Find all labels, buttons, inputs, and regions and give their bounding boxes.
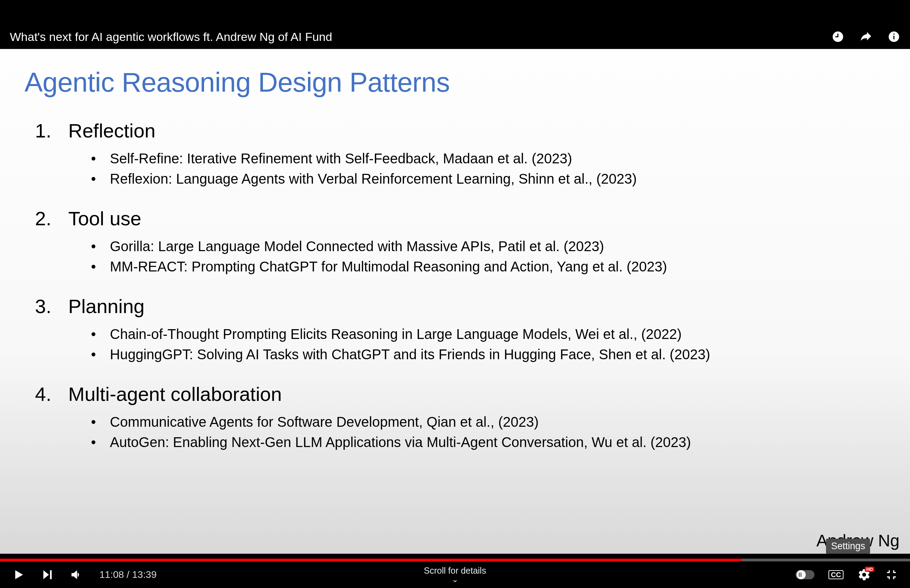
pattern-item: PlanningChain-of-Thought Prompting Elici… xyxy=(35,295,886,365)
paper-list: Communicative Agents for Software Develo… xyxy=(35,412,886,452)
title-action-icons xyxy=(832,31,900,43)
autoplay-toggle[interactable] xyxy=(795,570,814,579)
chevron-down-icon: ⌄ xyxy=(424,575,486,584)
video-frame-slide: Agentic Reasoning Design Patterns Reflec… xyxy=(0,49,910,554)
next-icon[interactable] xyxy=(40,568,54,582)
settings-button[interactable]: HD xyxy=(858,568,871,582)
player-controls: 11:08 / 13:39 Scroll for details ⌄ CC HD xyxy=(0,561,910,588)
paper-item: Self-Refine: Iterative Refinement with S… xyxy=(91,148,886,169)
pattern-list: ReflectionSelf-Refine: Iterative Refinem… xyxy=(24,119,886,452)
paper-item: Chain-of-Thought Prompting Elicits Reaso… xyxy=(91,324,886,344)
paper-item: HuggingGPT: Solving AI Tasks with ChatGP… xyxy=(91,344,886,365)
pattern-heading: Multi-agent collaboration xyxy=(35,383,886,405)
paper-list: Gorilla: Large Language Model Connected … xyxy=(35,236,886,277)
paper-item: AutoGen: Enabling Next-Gen LLM Applicati… xyxy=(91,432,886,452)
pattern-heading: Reflection xyxy=(35,119,886,142)
pattern-item: Multi-agent collaborationCommunicative A… xyxy=(35,383,886,452)
slide-title: Agentic Reasoning Design Patterns xyxy=(24,66,886,98)
settings-tooltip: Settings xyxy=(826,539,870,554)
controls-left: 11:08 / 13:39 xyxy=(12,568,157,582)
paper-item: Communicative Agents for Software Develo… xyxy=(91,412,886,432)
video-title-bar: What's next for AI agentic workflows ft.… xyxy=(0,24,910,49)
paper-item: Reflexion: Language Agents with Verbal R… xyxy=(91,169,886,189)
volume-icon[interactable] xyxy=(69,568,83,582)
pattern-item: ReflectionSelf-Refine: Iterative Refinem… xyxy=(35,119,886,189)
info-icon[interactable] xyxy=(887,31,900,43)
svg-rect-1 xyxy=(894,36,895,40)
video-player: What's next for AI agentic workflows ft.… xyxy=(0,0,910,588)
seek-bar-played xyxy=(0,559,742,561)
pattern-heading: Tool use xyxy=(35,207,886,230)
svg-rect-2 xyxy=(894,34,895,35)
paper-item: MM-REACT: Prompting ChatGPT for Multimod… xyxy=(91,257,886,277)
pattern-item: Tool useGorilla: Large Language Model Co… xyxy=(35,207,886,277)
share-icon[interactable] xyxy=(860,31,872,43)
controls-right: CC HD xyxy=(795,568,898,582)
paper-list: Chain-of-Thought Prompting Elicits Reaso… xyxy=(35,324,886,365)
seek-bar[interactable] xyxy=(0,559,910,561)
pattern-heading: Planning xyxy=(35,295,886,318)
time-display: 11:08 / 13:39 xyxy=(99,569,157,580)
paper-item: Gorilla: Large Language Model Connected … xyxy=(91,236,886,257)
video-title: What's next for AI agentic workflows ft.… xyxy=(10,30,332,44)
captions-button[interactable]: CC xyxy=(829,570,844,579)
paper-list: Self-Refine: Iterative Refinement with S… xyxy=(35,148,886,189)
watch-later-icon[interactable] xyxy=(832,31,844,43)
scroll-hint: Scroll for details ⌄ xyxy=(424,565,486,584)
play-icon[interactable] xyxy=(12,568,25,582)
hd-badge: HD xyxy=(865,567,874,572)
exit-fullscreen-icon[interactable] xyxy=(885,568,898,582)
